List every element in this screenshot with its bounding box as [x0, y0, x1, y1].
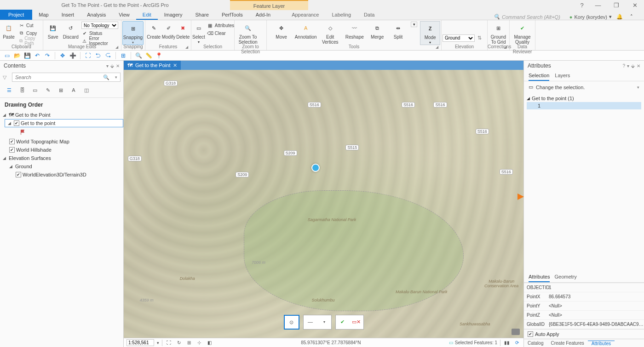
basemap-topo[interactable]: ✔World Topographic Map	[0, 137, 123, 146]
list-labeling-button[interactable]: A	[69, 85, 78, 95]
tab-map[interactable]: Map	[32, 10, 55, 20]
qat-new[interactable]: ▭	[3, 51, 11, 60]
terrain-checkbox[interactable]: ✔	[16, 172, 21, 177]
qat-explore[interactable]: ✥	[58, 51, 67, 60]
tab-insert[interactable]: Insert	[55, 10, 81, 20]
terrain-layer[interactable]: ✔WorldElevation3D/Terrain3D	[0, 171, 123, 179]
tab-appearance[interactable]: Appearance	[285, 10, 325, 20]
list-perspective-button[interactable]: ◫	[82, 85, 91, 95]
list-selection-button[interactable]: ▭	[30, 85, 40, 95]
auto-apply-checkbox[interactable]: ✔	[528, 331, 533, 337]
ground-to-grid-button[interactable]: ⊞Ground To Grid	[489, 21, 508, 45]
basemap-hillshade[interactable]: ✔World Hillshade	[0, 146, 123, 154]
collapse-ribbon-button[interactable]: ˄	[630, 14, 644, 20]
clear-button[interactable]: ⌫Clear	[207, 29, 234, 37]
map-tab-close-button[interactable]: ✕	[173, 63, 177, 68]
tab-addin[interactable]: Add-In	[249, 10, 277, 20]
list-editing-button[interactable]: ✎	[43, 85, 52, 95]
attr-row-pointx[interactable]: PointX86.664573	[524, 292, 644, 301]
snapping-status-icon[interactable]: ⊹	[196, 340, 203, 345]
sketch-tool-current[interactable]: ⊙	[284, 315, 299, 330]
zoom-to-selection-button[interactable]: 🔍Zoom To Selection	[236, 21, 260, 45]
attr-row-pointz[interactable]: PointZ<Null>	[524, 311, 644, 320]
sel-feature-row[interactable]: 1	[527, 102, 641, 109]
tab-project[interactable]: Project	[0, 10, 32, 20]
qat-next[interactable]: ⮎	[104, 51, 112, 60]
copy-path-button[interactable]: ⧉Copy Path	[18, 37, 40, 45]
discard-edits-button[interactable]: ↺Discard	[62, 21, 80, 40]
contents-pin-button[interactable]: ⬙	[110, 63, 114, 68]
qat-full-extent[interactable]: ⛶	[84, 51, 92, 60]
command-search[interactable]: 🔍 Command Search (Alt+Q)	[494, 14, 565, 20]
manage-edits-launcher[interactable]: ◢	[115, 45, 120, 50]
qat-basemap[interactable]: ⊞	[119, 51, 127, 60]
refresh-button[interactable]: ⟳	[513, 340, 521, 345]
list-drawing-order-button[interactable]: ☰	[5, 85, 14, 95]
inner-tab-geometry[interactable]: Geometry	[554, 274, 576, 282]
user-menu[interactable]: ● Kory (korydev) ▾	[565, 14, 616, 20]
attributes-pin-button[interactable]: ⬙	[631, 63, 635, 68]
create-button[interactable]: ✎Create	[146, 21, 161, 40]
tab-perftools[interactable]: PerfTools	[215, 10, 249, 20]
tab-share[interactable]: Share	[189, 10, 215, 20]
contents-search-input[interactable]	[12, 74, 100, 80]
sketch-tool-line[interactable]: —▾	[303, 315, 332, 330]
contents-close-button[interactable]: ✕	[116, 63, 120, 68]
qat-measure[interactable]: 📏	[144, 51, 153, 60]
selected-features-count[interactable]: ▭ Selected Features: 1	[449, 340, 497, 345]
modify-button[interactable]: ✐Modify	[161, 21, 176, 40]
dynamic-constraints-button[interactable]	[512, 329, 520, 335]
map-node[interactable]: ◢🗺Get to the Point	[0, 111, 123, 119]
attr-row-globalid[interactable]: GlobalID{6BE3E1F5-9CF6-4EA9-9489-D8ABCAA…	[524, 320, 644, 329]
change-selection-row[interactable]: ▭ Change the selection. ▾	[524, 81, 644, 93]
scale-icon[interactable]: ⛶	[165, 340, 172, 345]
error-inspector-button[interactable]: ⚠Error Inspector	[81, 37, 118, 45]
qat-redo[interactable]: ↷	[43, 51, 52, 60]
snapping-button[interactable]: ⊞Snapping▾	[122, 21, 144, 45]
tab-imagery[interactable]: Imagery	[158, 10, 189, 20]
merge-tool[interactable]: ⧉Merge	[367, 21, 387, 40]
contents-search[interactable]: 🔍 ▾	[12, 73, 121, 82]
tab-labeling[interactable]: Labeling	[325, 10, 357, 20]
elevation-surfaces-node[interactable]: ◢Elevation Surfaces	[0, 154, 123, 162]
split-tool[interactable]: ⇹Split	[388, 21, 408, 40]
move-tool[interactable]: ✥Move	[270, 21, 293, 40]
tab-analysis[interactable]: Analysis	[80, 10, 112, 20]
topology-select[interactable]: No Topology	[81, 22, 118, 29]
tab-data[interactable]: Data	[357, 10, 381, 20]
view-tab-get-to-point[interactable]: 🗺 Get to the Point ✕	[124, 61, 181, 70]
attributes-close-button[interactable]: ✕	[637, 63, 640, 68]
filter-icon[interactable]: ▽	[3, 74, 10, 80]
attributes-button[interactable]: ▦Attributes	[207, 22, 234, 29]
z-mode-button[interactable]: ZMode▾	[420, 21, 440, 45]
maximize-button[interactable]: ❐	[607, 0, 626, 10]
minimize-button[interactable]: —	[589, 0, 607, 10]
constraints-icon[interactable]: ◧	[206, 340, 213, 345]
paste-button[interactable]: 📋 Paste	[1, 21, 17, 40]
qat-open[interactable]: 📂	[13, 51, 21, 60]
tab-selection[interactable]: Selection	[529, 73, 549, 81]
save-edits-button[interactable]: 💾Save	[44, 21, 62, 40]
attr-row-pointy[interactable]: PointY<Null>	[524, 301, 644, 311]
tab-view[interactable]: View	[112, 10, 136, 20]
tab-edit[interactable]: Edit	[136, 10, 158, 20]
notifications-button[interactable]: 🔔	[616, 14, 630, 20]
qat-undo[interactable]: ↶	[33, 51, 41, 60]
select-button[interactable]: ▭Select▾	[192, 21, 205, 44]
rotate-icon[interactable]: ↻	[175, 340, 183, 345]
delete-button[interactable]: ✖Delete	[176, 21, 190, 40]
list-source-button[interactable]: 🗄	[17, 85, 27, 95]
inner-tab-attributes[interactable]: Attributes	[529, 274, 550, 282]
scale-input[interactable]	[126, 339, 154, 346]
annotation-tool[interactable]: AAnnotation	[294, 21, 317, 40]
basemap-hillshade-checkbox[interactable]: ✔	[9, 147, 15, 153]
features-launcher[interactable]: ◢	[185, 45, 190, 50]
basemap-topo-checkbox[interactable]: ✔	[9, 139, 15, 144]
qat-add[interactable]: ➕	[69, 51, 77, 60]
finish-sketch-button[interactable]: ✔	[337, 317, 348, 327]
cancel-sketch-button[interactable]: ▭✕	[351, 317, 362, 327]
layer-get-to-point[interactable]: ◢✔Get to the point	[5, 119, 123, 127]
tab-layers[interactable]: Layers	[555, 73, 570, 81]
layer-checkbox[interactable]: ✔	[14, 120, 19, 126]
bottom-tab-attributes[interactable]: Attributes	[588, 341, 615, 346]
